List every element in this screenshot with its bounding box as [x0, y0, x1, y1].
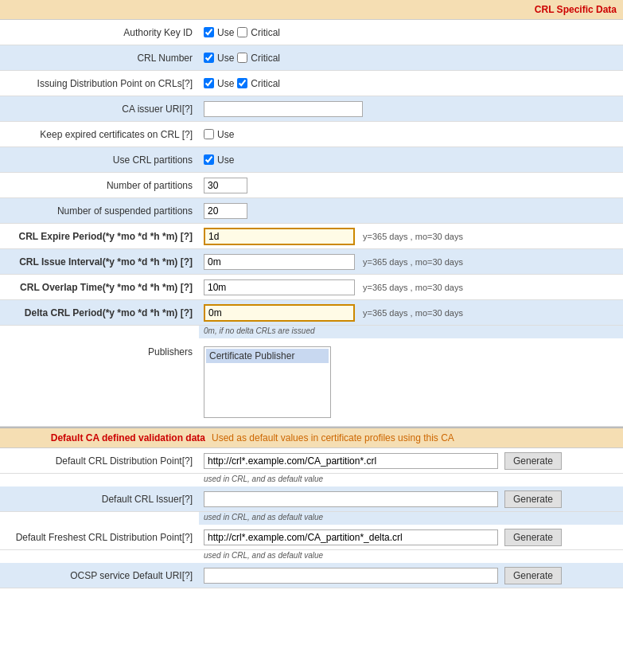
publisher-item-certificate[interactable]: Certificate Publisher	[206, 349, 329, 363]
issuing-dist-point-label: Issuing Distribution Point on CRLs[?]	[0, 75, 199, 92]
delta-crl-period-subhint: 0m, if no delta CRLs are issued	[199, 326, 623, 338]
default-ca-section-header: Default CA defined validation data Used …	[0, 427, 623, 448]
crl-number-critical-checkbox[interactable]	[237, 53, 247, 63]
ca-issuer-uri-row: CA issuer URI[?]	[0, 96, 623, 122]
keep-expired-row: Keep expired certificates on CRL [?] Use	[0, 122, 623, 147]
default-crl-issuer-hint: used in CRL, and as default value	[199, 512, 623, 525]
ca-issuer-uri-label: CA issuer URI[?]	[0, 100, 199, 118]
default-crl-dist-point-hint: used in CRL, and as default value	[199, 474, 623, 486]
crl-section: CRL Specific Data Authority Key ID Use C…	[0, 0, 623, 427]
crl-issue-interval-input[interactable]	[204, 254, 355, 270]
keep-expired-controls: Use	[199, 126, 623, 143]
authority-key-id-critical-group: Critical	[237, 27, 280, 38]
default-crl-issuer-row: Default CRL Issuer[?] Generate	[0, 486, 623, 512]
default-crl-dist-point-controls: Generate	[199, 449, 623, 473]
crl-number-critical-group: Critical	[237, 53, 280, 64]
authority-key-id-critical-checkbox[interactable]	[237, 27, 247, 37]
authority-key-id-critical-label: Critical	[251, 27, 280, 38]
default-crl-dist-point-wrapper: Default CRL Distribution Point[?] Genera…	[0, 448, 623, 486]
default-crl-dist-point-input[interactable]	[204, 453, 498, 469]
num-partitions-controls	[199, 174, 623, 197]
crl-expire-period-hint: y=365 days , mo=30 days	[363, 232, 463, 241]
num-partitions-label: Number of partitions	[0, 177, 199, 194]
ocsp-default-uri-generate-button[interactable]: Generate	[504, 567, 562, 584]
authority-key-id-row: Authority Key ID Use Critical	[0, 20, 623, 45]
publishers-label: Publishers	[0, 343, 199, 361]
num-suspended-controls	[199, 200, 623, 222]
issuing-dist-point-use-group: Use	[204, 78, 234, 89]
delta-crl-period-row: Delta CRL Period(*y *mo *d *h *m) [?] y=…	[0, 300, 623, 326]
delta-crl-period-wrapper: Delta CRL Period(*y *mo *d *h *m) [?] y=…	[0, 300, 623, 338]
default-ca-subheader: Used as default values in certificate pr…	[212, 432, 454, 443]
default-crl-issuer-wrapper: Default CRL Issuer[?] Generate used in C…	[0, 486, 623, 525]
crl-overlap-time-input[interactable]	[204, 279, 355, 295]
crl-number-use-checkbox[interactable]	[204, 53, 214, 63]
authority-key-id-label: Authority Key ID	[0, 24, 199, 41]
ocsp-default-uri-label: OCSP service Default URI[?]	[0, 567, 199, 584]
issuing-dist-point-critical-checkbox[interactable]	[237, 78, 247, 88]
crl-expire-period-controls: y=365 days , mo=30 days	[199, 225, 623, 248]
issuing-dist-point-use-label: Use	[217, 78, 234, 89]
num-partitions-input[interactable]	[204, 178, 247, 193]
delta-crl-period-controls: y=365 days , mo=30 days	[199, 301, 623, 325]
crl-number-row: CRL Number Use Critical	[0, 45, 623, 71]
crl-issue-interval-label: CRL Issue Interval(*y *mo *d *h *m) [?]	[0, 253, 199, 271]
keep-expired-use-group: Use	[204, 129, 234, 140]
delta-crl-period-label: Delta CRL Period(*y *mo *d *h *m) [?]	[0, 304, 199, 322]
use-crl-partitions-use-checkbox[interactable]	[204, 154, 214, 165]
ca-issuer-uri-input[interactable]	[204, 101, 363, 117]
default-freshest-crl-label: Default Freshest CRL Distribution Point[…	[0, 529, 199, 546]
num-suspended-row: Number of suspended partitions	[0, 198, 623, 224]
issuing-dist-point-controls: Use Critical	[199, 75, 623, 92]
num-suspended-input[interactable]	[204, 203, 247, 219]
ocsp-default-uri-row: OCSP service Default URI[?] Generate	[0, 563, 623, 588]
keep-expired-label: Keep expired certificates on CRL [?]	[0, 126, 199, 143]
crl-issue-interval-hint: y=365 days , mo=30 days	[363, 257, 463, 267]
default-crl-issuer-label: Default CRL Issuer[?]	[0, 490, 199, 508]
use-crl-partitions-use-label: Use	[217, 154, 234, 166]
crl-number-use-group: Use	[204, 53, 234, 64]
crl-number-controls: Use Critical	[199, 49, 623, 67]
default-crl-dist-point-label: Default CRL Distribution Point[?]	[0, 452, 199, 470]
issuing-dist-point-use-checkbox[interactable]	[204, 78, 214, 88]
publishers-listbox[interactable]: Certificate Publisher	[204, 346, 331, 418]
authority-key-id-use-group: Use	[204, 27, 234, 38]
delta-crl-period-input[interactable]	[204, 304, 355, 322]
default-freshest-crl-input[interactable]	[204, 529, 498, 545]
authority-key-id-use-label: Use	[217, 27, 234, 38]
ca-issuer-uri-controls	[199, 98, 623, 120]
default-crl-issuer-controls: Generate	[199, 487, 623, 511]
keep-expired-use-checkbox[interactable]	[204, 129, 214, 139]
publishers-controls: Certificate Publisher	[199, 343, 623, 421]
crl-overlap-time-label: CRL Overlap Time(*y *mo *d *h *m) [?]	[0, 279, 199, 296]
publishers-row: Publishers Certificate Publisher	[0, 338, 623, 427]
authority-key-id-controls: Use Critical	[199, 24, 623, 41]
issuing-dist-point-row: Issuing Distribution Point on CRLs[?] Us…	[0, 71, 623, 96]
use-crl-partitions-controls: Use	[199, 151, 623, 169]
default-ca-section: Default CA defined validation data Used …	[0, 427, 623, 588]
default-freshest-crl-generate-button[interactable]: Generate	[504, 529, 562, 546]
default-freshest-crl-row: Default Freshest CRL Distribution Point[…	[0, 525, 623, 550]
crl-section-header: CRL Specific Data	[0, 0, 623, 20]
crl-expire-period-row: CRL Expire Period(*y *mo *d *h *m) [?] y…	[0, 224, 623, 249]
default-crl-dist-point-generate-button[interactable]: Generate	[504, 452, 562, 470]
crl-issue-interval-row: CRL Issue Interval(*y *mo *d *h *m) [?] …	[0, 249, 623, 275]
ocsp-default-uri-input[interactable]	[204, 568, 498, 584]
use-crl-partitions-row: Use CRL partitions Use	[0, 147, 623, 173]
default-crl-issuer-input[interactable]	[204, 491, 498, 507]
crl-overlap-time-row: CRL Overlap Time(*y *mo *d *h *m) [?] y=…	[0, 275, 623, 300]
crl-expire-period-input[interactable]	[204, 228, 355, 245]
ocsp-default-uri-controls: Generate	[199, 564, 623, 588]
issuing-dist-point-critical-group: Critical	[237, 78, 280, 89]
default-crl-issuer-generate-button[interactable]: Generate	[504, 490, 562, 508]
num-suspended-label: Number of suspended partitions	[0, 202, 199, 220]
crl-number-use-label: Use	[217, 53, 234, 64]
crl-overlap-time-controls: y=365 days , mo=30 days	[199, 276, 623, 299]
default-ca-header-label: Default CA defined validation data	[6, 432, 205, 443]
crl-overlap-time-hint: y=365 days , mo=30 days	[363, 283, 463, 292]
crl-number-label: CRL Number	[0, 49, 199, 67]
num-partitions-row: Number of partitions	[0, 173, 623, 198]
use-crl-partitions-label: Use CRL partitions	[0, 151, 199, 169]
authority-key-id-use-checkbox[interactable]	[204, 27, 214, 37]
delta-crl-period-hint: y=365 days , mo=30 days	[363, 308, 463, 318]
